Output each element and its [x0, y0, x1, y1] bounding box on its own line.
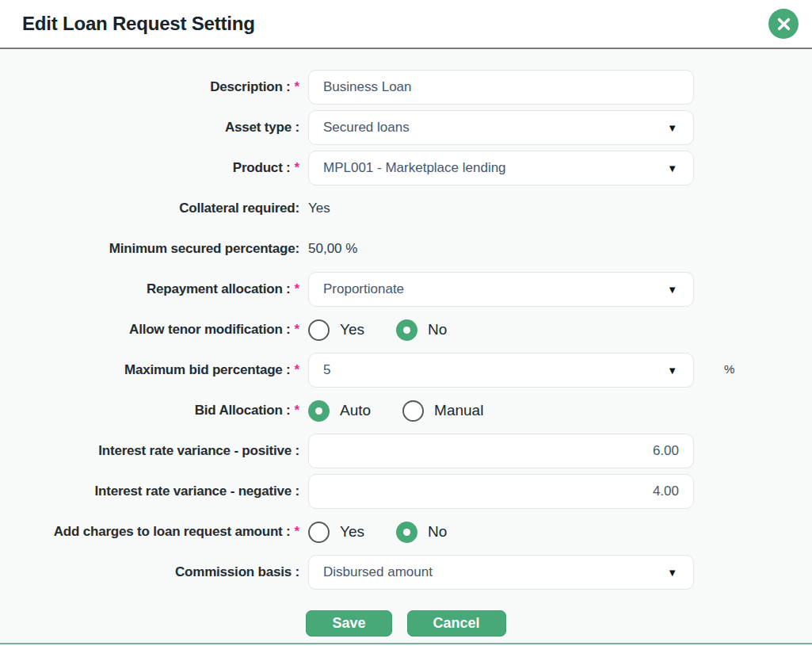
interest-rate-variance-negative-input[interactable] [308, 474, 694, 509]
commission-basis-label: Commission basis : [0, 564, 299, 580]
bid-allocation-option-auto[interactable]: Auto [308, 400, 371, 422]
collateral-required-label: Collateral required: [0, 201, 299, 216]
radio-unselected-icon[interactable] [402, 400, 424, 422]
row-product: Product :* MPL001 - Marketplace lending … [0, 151, 812, 185]
required-marker: * [295, 281, 299, 296]
page-title: Edit Loan Request Setting [22, 13, 255, 35]
required-marker: * [295, 322, 299, 337]
product-selected-value: MPL001 - Marketplace lending [323, 160, 506, 176]
dialog-header: Edit Loan Request Setting [0, 0, 812, 49]
bid-allocation-option-manual[interactable]: Manual [402, 400, 483, 422]
interest-rate-variance-positive-label: Interest rate variance - positive : [0, 443, 299, 459]
close-button[interactable] [768, 9, 799, 39]
interest-rate-variance-positive-input[interactable] [308, 434, 694, 468]
dialog-bottom-border [0, 643, 812, 644]
required-marker: * [295, 403, 299, 418]
required-marker: * [295, 160, 299, 175]
row-bid-allocation: Bid Allocation :* Auto Manual [0, 393, 812, 428]
row-repayment-allocation: Repayment allocation :* Proportionate ▼ [0, 272, 812, 307]
commission-basis-select[interactable]: Disbursed amount ▼ [308, 555, 694, 590]
repayment-allocation-selected-value: Proportionate [323, 281, 404, 297]
add-charges-option-no[interactable]: No [396, 522, 447, 543]
chevron-down-icon: ▼ [667, 122, 677, 134]
required-marker: * [295, 362, 299, 377]
maximum-bid-percentage-select[interactable]: 5 ▼ [308, 353, 694, 388]
product-label: Product :* [0, 160, 299, 176]
minimum-secured-percentage-value: 50,00 % [308, 241, 357, 257]
maximum-bid-percentage-label: Maximum bid percentage :* [0, 362, 299, 378]
interest-rate-variance-negative-label: Interest rate variance - negative : [0, 484, 299, 499]
row-add-charges: Add charges to loan request amount :* Ye… [0, 514, 812, 549]
chevron-down-icon: ▼ [667, 162, 677, 174]
add-charges-label: Add charges to loan request amount :* [0, 524, 299, 540]
add-charges-option-yes[interactable]: Yes [308, 522, 364, 543]
radio-selected-icon[interactable] [308, 400, 330, 422]
required-marker: * [295, 524, 299, 539]
radio-selected-icon[interactable] [396, 522, 417, 543]
radio-unselected-icon[interactable] [308, 522, 330, 543]
row-collateral-required: Collateral required: Yes [0, 191, 812, 226]
required-marker: * [295, 79, 299, 94]
asset-type-label: Asset type : [0, 120, 299, 136]
repayment-allocation-select[interactable]: Proportionate ▼ [308, 272, 694, 307]
product-select[interactable]: MPL001 - Marketplace lending ▼ [308, 151, 694, 185]
radio-selected-icon[interactable] [396, 319, 417, 341]
allow-tenor-modification-option-yes[interactable]: Yes [308, 319, 364, 341]
allow-tenor-modification-option-no[interactable]: No [396, 319, 447, 341]
radio-unselected-icon[interactable] [308, 319, 330, 341]
row-interest-rate-variance-negative: Interest rate variance - negative : [0, 474, 812, 509]
dialog-body: Description :* Asset type : Secured loan… [0, 49, 812, 644]
description-label: Description :* [0, 79, 299, 95]
allow-tenor-modification-label: Allow tenor modification :* [0, 322, 299, 338]
repayment-allocation-label: Repayment allocation :* [0, 281, 299, 297]
row-commission-basis: Commission basis : Disbursed amount ▼ [0, 555, 812, 590]
commission-basis-selected-value: Disbursed amount [323, 564, 433, 580]
dialog-actions: Save Cancel [0, 610, 812, 636]
row-allow-tenor-modification: Allow tenor modification :* Yes No [0, 312, 812, 347]
percent-suffix: % [724, 362, 734, 376]
chevron-down-icon: ▼ [667, 284, 677, 296]
close-icon [777, 17, 791, 31]
save-button[interactable]: Save [306, 610, 391, 636]
chevron-down-icon: ▼ [667, 365, 677, 377]
maximum-bid-percentage-selected-value: 5 [323, 362, 330, 378]
description-input[interactable] [308, 70, 694, 105]
row-maximum-bid-percentage: Maximum bid percentage :* 5 ▼ % [0, 353, 812, 388]
cancel-button[interactable]: Cancel [407, 610, 506, 636]
minimum-secured-percentage-label: Minimum secured percentage: [0, 241, 299, 257]
row-minimum-secured-percentage: Minimum secured percentage: 50,00 % [0, 231, 812, 266]
asset-type-selected-value: Secured loans [323, 120, 410, 136]
bid-allocation-label: Bid Allocation :* [0, 403, 299, 419]
row-description: Description :* [0, 70, 812, 105]
row-asset-type: Asset type : Secured loans ▼ [0, 110, 812, 145]
asset-type-select[interactable]: Secured loans ▼ [308, 110, 694, 145]
chevron-down-icon: ▼ [667, 567, 677, 579]
row-interest-rate-variance-positive: Interest rate variance - positive : [0, 434, 812, 468]
collateral-required-value: Yes [308, 201, 330, 216]
